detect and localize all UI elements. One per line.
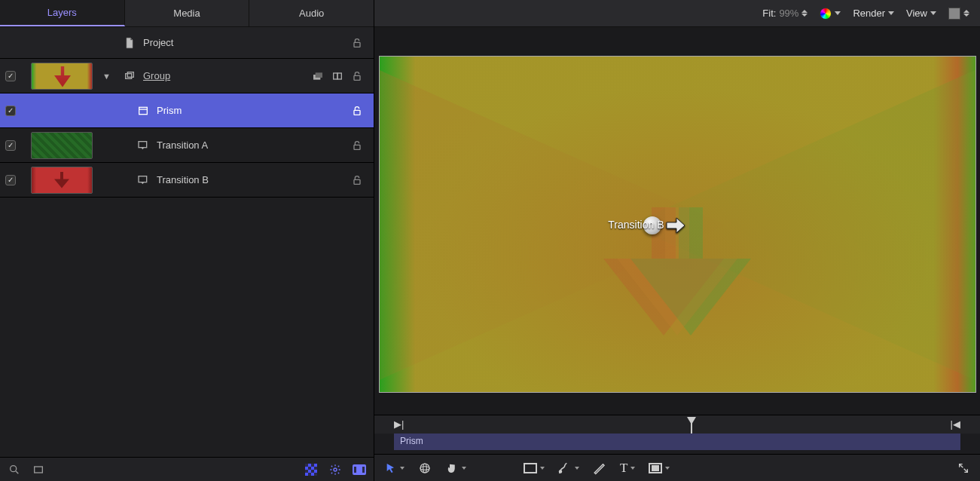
panel-tabs: Layers Media Audio xyxy=(0,0,374,27)
layers-footer xyxy=(0,457,374,481)
svg-rect-22 xyxy=(311,470,314,473)
visibility-checkbox[interactable] xyxy=(5,175,16,185)
stepper-icon[interactable] xyxy=(801,10,808,17)
placeholder-icon xyxy=(136,139,151,152)
visibility-checkbox[interactable] xyxy=(5,71,16,81)
svg-point-31 xyxy=(423,464,427,473)
3d-transform-tool[interactable] xyxy=(418,461,432,475)
paint-stroke-tool[interactable] xyxy=(593,461,606,475)
out-point-icon[interactable]: |◀ xyxy=(951,418,960,430)
layer-label[interactable]: Prism xyxy=(157,105,345,116)
viewer-panel: Fit: 99% Render View xyxy=(374,0,980,481)
fit-label: Fit: xyxy=(762,8,776,19)
svg-rect-6 xyxy=(337,73,341,79)
svg-point-30 xyxy=(420,466,429,470)
canvas-tools: T xyxy=(374,454,980,481)
canvas[interactable]: Transition B xyxy=(379,56,976,393)
chevron-down-icon xyxy=(462,467,466,470)
layer-thumbnail[interactable] xyxy=(31,132,93,159)
lock-icon[interactable] xyxy=(351,70,363,82)
group-thumbnail[interactable] xyxy=(31,63,93,90)
disclosure-triangle-icon[interactable]: ▼ xyxy=(102,72,116,81)
text-tool[interactable]: T xyxy=(620,461,635,476)
mask-tool[interactable] xyxy=(649,463,670,473)
render-menu[interactable]: Render xyxy=(853,8,894,19)
isolate-icon[interactable] xyxy=(331,70,343,82)
svg-rect-35 xyxy=(652,466,658,470)
chevron-down-icon xyxy=(575,467,579,470)
stack-icon[interactable] xyxy=(312,70,324,82)
placeholder-icon xyxy=(136,174,151,186)
project-label: Project xyxy=(143,37,345,48)
svg-rect-20 xyxy=(314,467,317,470)
stepper-icon[interactable] xyxy=(963,10,969,17)
svg-rect-18 xyxy=(311,464,314,467)
view-menu[interactable]: View xyxy=(906,8,936,19)
fullscreen-icon[interactable] xyxy=(957,462,969,474)
color-space-menu[interactable] xyxy=(820,8,841,20)
timeline-ruler[interactable]: ▶| |◀ xyxy=(374,415,980,434)
lock-icon[interactable] xyxy=(351,139,363,152)
select-tool[interactable] xyxy=(385,462,405,474)
visibility-checkbox[interactable] xyxy=(5,140,16,151)
group-row[interactable]: ▼ Group xyxy=(0,59,374,93)
bezier-tool[interactable] xyxy=(558,461,579,475)
channel-menu[interactable] xyxy=(948,8,969,20)
fit-zoom-control[interactable]: Fit: 99% xyxy=(762,8,808,19)
chevron-down-icon xyxy=(888,11,894,15)
document-icon xyxy=(122,37,137,49)
layer-row-transition-b[interactable]: Transition B xyxy=(0,163,374,198)
svg-rect-1 xyxy=(126,73,132,78)
arrow-right-icon[interactable] xyxy=(666,217,685,234)
svg-rect-10 xyxy=(139,141,147,147)
svg-rect-12 xyxy=(139,176,147,182)
lock-icon[interactable] xyxy=(351,174,363,186)
svg-rect-32 xyxy=(524,464,536,473)
layer-row-prism[interactable]: Prism xyxy=(0,93,374,128)
svg-point-25 xyxy=(334,468,337,471)
chevron-down-icon xyxy=(630,467,635,470)
filter-icon xyxy=(136,105,151,117)
tab-layers[interactable]: Layers xyxy=(0,0,125,26)
in-point-icon[interactable]: ▶| xyxy=(394,418,404,430)
visibility-checkbox[interactable] xyxy=(5,106,16,116)
svg-rect-0 xyxy=(354,42,360,47)
lock-icon[interactable] xyxy=(351,37,363,49)
svg-point-33 xyxy=(560,470,562,473)
mini-timeline[interactable]: ▶| |◀ Prism xyxy=(374,415,980,454)
svg-point-29 xyxy=(420,464,429,473)
group-label[interactable]: Group xyxy=(143,70,306,81)
layers-panel: Layers Media Audio Project xyxy=(0,0,374,481)
lock-icon[interactable] xyxy=(351,105,363,117)
layers-list: Project ▼ Group xyxy=(0,27,374,457)
svg-rect-2 xyxy=(127,72,133,77)
chevron-down-icon xyxy=(540,467,545,470)
render-label: Render xyxy=(853,8,885,19)
clip-icon[interactable] xyxy=(353,463,366,476)
onscreen-control[interactable]: Transition B xyxy=(643,216,685,234)
project-row[interactable]: Project xyxy=(0,27,374,59)
svg-rect-7 xyxy=(354,75,360,80)
rectangle-tool[interactable] xyxy=(524,463,545,473)
pan-tool[interactable] xyxy=(445,461,466,475)
chevron-down-icon xyxy=(930,11,936,15)
svg-rect-13 xyxy=(354,179,360,184)
group-icon xyxy=(122,70,137,82)
checker-icon[interactable] xyxy=(304,463,318,476)
timeline-clip[interactable]: Prism xyxy=(394,434,960,450)
layer-label[interactable]: Transition B xyxy=(157,174,345,185)
channel-swatch-icon xyxy=(948,8,960,20)
tab-media[interactable]: Media xyxy=(125,0,250,26)
tab-audio[interactable]: Audio xyxy=(249,0,374,26)
svg-rect-27 xyxy=(354,467,356,473)
gear-icon[interactable] xyxy=(328,463,342,476)
playhead-icon[interactable] xyxy=(687,417,696,424)
layer-label[interactable]: Transition A xyxy=(157,139,345,151)
svg-rect-5 xyxy=(334,73,337,79)
frame-icon[interactable] xyxy=(32,463,45,476)
search-icon[interactable] xyxy=(8,463,21,476)
color-wheel-icon xyxy=(820,8,832,20)
layer-thumbnail[interactable] xyxy=(31,167,93,194)
svg-point-14 xyxy=(11,465,17,471)
layer-row-transition-a[interactable]: Transition A xyxy=(0,128,374,163)
